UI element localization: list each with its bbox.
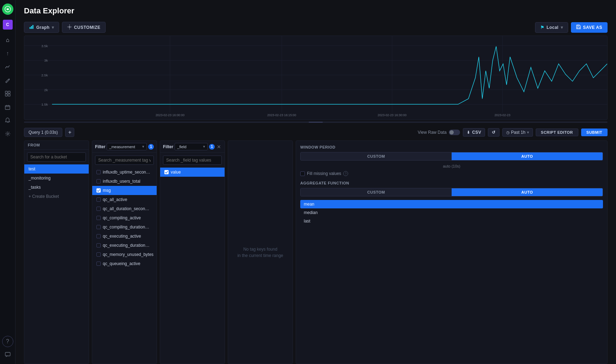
measurement-search-input[interactable] (95, 156, 154, 165)
measurement-item-qc-compile-dur[interactable]: qc_compiling_duration… (92, 222, 157, 232)
measurement-item-qc-compile-active[interactable]: qc_compiling_active (92, 213, 157, 222)
svg-text:3k: 3k (44, 58, 48, 62)
script-editor-button[interactable]: SCRIPT EDITOR (536, 128, 578, 136)
measurement-list: influxdb_uptime_secon… influxdb_users_to… (92, 168, 157, 364)
measurement-item-1[interactable]: influxdb_uptime_secon… (92, 168, 157, 177)
bucket-item-tasks[interactable]: _tasks (24, 183, 89, 192)
measurement-item-qc-exec-dur[interactable]: qc_executing_duration… (92, 241, 157, 250)
customize-icon (67, 25, 72, 30)
query-tab-1[interactable]: Query 1 (0.03s) (24, 128, 62, 137)
aggregate-auto-button[interactable]: AUTO (452, 188, 603, 196)
filter1-badge: 1 (148, 144, 154, 150)
field-list: value (160, 168, 225, 364)
svg-text:2023-02-23 16:00:00: 2023-02-23 16:00:00 (156, 113, 184, 117)
local-label: Local (547, 25, 559, 30)
field-search-input[interactable] (163, 156, 222, 165)
aggregate-custom-button[interactable]: CUSTOM (301, 188, 452, 196)
aggregate-toggle: CUSTOM AUTO (300, 188, 603, 196)
empty-panel: No tag keys found in the current time ra… (228, 140, 293, 364)
svg-rect-13 (32, 25, 33, 29)
window-auto-button[interactable]: AUTO (452, 152, 603, 160)
field-item-value[interactable]: value (160, 168, 225, 177)
filter1-header: Filter _measurement ▾ 1 (92, 141, 157, 153)
measurement-item-qc-queue[interactable]: qc_queueing_active (92, 259, 157, 268)
window-auto-desc: auto (10s) (300, 164, 603, 168)
svg-text:1.5k: 1.5k (41, 102, 48, 106)
measurement-item-qc-all-active[interactable]: qc_all_active (92, 195, 157, 204)
right-panel: WINDOW PERIOD CUSTOM AUTO auto (10s) Fil… (296, 140, 608, 364)
filter2-header: Filter _field ▾ 1 ✕ (160, 141, 225, 153)
add-query-button[interactable]: + (65, 128, 74, 137)
save-as-label: SAVE AS (583, 25, 602, 30)
sidebar-item-settings[interactable] (2, 128, 13, 139)
fill-missing-checkbox[interactable] (300, 171, 305, 176)
svg-rect-10 (5, 352, 10, 356)
time-range-button[interactable]: ◷ Past 1h ▾ (502, 128, 533, 137)
window-period-toggle: CUSTOM AUTO (300, 152, 603, 161)
measurement-item-qc-exec-active[interactable]: qc_executing_active (92, 232, 157, 241)
svg-point-14 (69, 26, 70, 27)
graph-chevron-icon: ▾ (52, 25, 54, 30)
customize-button[interactable]: CUSTOMIZE (62, 22, 106, 33)
time-chevron-icon: ▾ (527, 130, 529, 135)
checkbox-uptime (96, 170, 101, 174)
checkbox-msg-checked (96, 188, 101, 193)
from-panel-header: FROM (24, 141, 89, 150)
fill-missing-help-icon[interactable]: ? (343, 171, 348, 176)
query-right: View Raw Data ⬇ CSV ↺ ◷ Past 1h ▾ SCRIPT… (418, 128, 608, 137)
svg-text:2k: 2k (44, 88, 48, 92)
agg-item-median[interactable]: median (300, 208, 603, 217)
graph-icon (29, 24, 34, 30)
agg-item-last[interactable]: last (300, 217, 603, 225)
filter1-title: Filter (95, 144, 105, 149)
query-bar: Query 1 (0.03s) + View Raw Data ⬇ CSV ↺ … (15, 124, 616, 140)
create-bucket-button[interactable]: + Create Bucket (24, 192, 89, 201)
sidebar-item-feedback[interactable] (2, 349, 13, 360)
graph-button[interactable]: Graph ▾ (24, 22, 59, 33)
sidebar-item-calendar[interactable] (2, 101, 13, 113)
filter1-selector[interactable]: _measurement ▾ (107, 143, 147, 150)
submit-button[interactable]: SUBMIT (581, 128, 608, 136)
checkbox-value-checked (164, 170, 169, 174)
svg-text:2023-02-23: 2023-02-23 (495, 113, 510, 117)
filter2-close-button[interactable]: ✕ (216, 143, 222, 150)
window-custom-button[interactable]: CUSTOM (301, 152, 452, 160)
filter2-badge: 1 (209, 144, 215, 150)
sidebar-item-upload[interactable]: ↑ (2, 48, 13, 59)
app-logo[interactable] (2, 4, 13, 15)
svg-text:2023-02-23 16:15:00: 2023-02-23 16:15:00 (267, 113, 296, 117)
sidebar-item-help[interactable]: ? (2, 336, 13, 347)
sidebar-item-dashboard[interactable] (2, 88, 13, 99)
sidebar-item-chart[interactable] (2, 61, 13, 73)
aggregate-title: AGGREGATE FUNCTION (300, 181, 603, 185)
filter2-selector[interactable]: _field ▾ (175, 143, 208, 150)
sidebar-item-edit[interactable] (2, 75, 13, 86)
svg-rect-4 (8, 94, 10, 96)
measurement-item-msg[interactable]: msg (92, 186, 157, 195)
measurement-item-qc-all-dur[interactable]: qc_all_duration_secon… (92, 204, 157, 213)
bucket-item-monitoring[interactable]: _monitoring (24, 174, 89, 183)
toolbar-left: Graph ▾ CUSTOMIZE (24, 22, 106, 33)
measurement-item-2[interactable]: influxdb_users_total (92, 177, 157, 186)
local-chevron-icon: ▾ (561, 25, 563, 30)
save-as-button[interactable]: SAVE AS (571, 22, 608, 33)
refresh-button[interactable]: ↺ (488, 128, 499, 137)
svg-point-9 (7, 133, 8, 135)
agg-item-mean[interactable]: mean (300, 200, 603, 208)
raw-data-toggle[interactable] (449, 130, 460, 135)
svg-rect-16 (577, 25, 579, 26)
user-avatar[interactable]: C (3, 20, 13, 30)
csv-button[interactable]: ⬇ CSV (463, 128, 485, 137)
bucket-search-input[interactable] (27, 152, 86, 162)
bucket-item-test[interactable]: test (24, 164, 89, 174)
toolbar-right: ⚑ Local ▾ SAVE AS (535, 22, 608, 33)
sidebar-item-home[interactable]: ⌂ (2, 34, 13, 46)
panel-divider[interactable] (24, 121, 608, 123)
measurement-item-qc-mem[interactable]: qc_memory_unused_bytes (92, 250, 157, 259)
sidebar-item-notifications[interactable] (2, 115, 13, 126)
page-title: Data Explorer (24, 6, 608, 15)
svg-text:3.5k: 3.5k (41, 44, 48, 48)
local-button[interactable]: ⚑ Local ▾ (535, 22, 568, 33)
save-icon (576, 25, 581, 30)
bucket-list: test _monitoring _tasks + Create Bucket (24, 164, 89, 364)
